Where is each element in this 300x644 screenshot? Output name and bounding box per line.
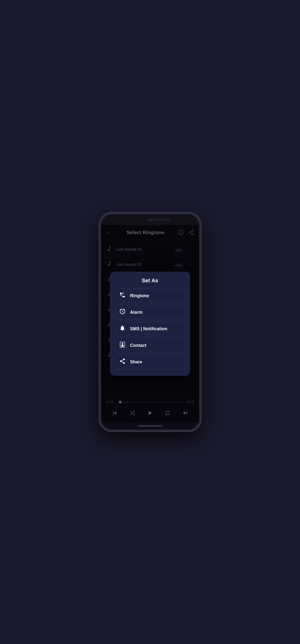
- svg-line-37: [122, 360, 123, 361]
- share-dialog-icon: [119, 358, 126, 366]
- share-label: Share: [130, 360, 142, 364]
- svg-line-36: [122, 362, 123, 363]
- svg-point-33: [123, 358, 125, 360]
- phone-speaker: [150, 219, 170, 220]
- ringtone-label: Ringtone: [130, 293, 149, 298]
- option-alarm[interactable]: Alarm: [115, 305, 185, 320]
- set-as-dialog: Set As Ringtone: [110, 272, 190, 376]
- svg-point-32: [122, 343, 123, 345]
- app-container: ← Select Ringtone i: [101, 225, 199, 422]
- contact-icon: [119, 342, 126, 349]
- phone-frame: ← Select Ringtone i: [99, 212, 201, 432]
- home-bar: [138, 426, 162, 426]
- option-ringtone[interactable]: Ringtone: [115, 288, 185, 303]
- contact-label: Contact: [130, 343, 147, 348]
- alarm-icon: [119, 308, 126, 316]
- dialog-title: Set As: [115, 278, 185, 284]
- phone-home-indicator: [101, 422, 199, 430]
- alarm-label: Alarm: [130, 310, 143, 315]
- phone-top-bar: [101, 214, 199, 225]
- svg-point-34: [120, 360, 122, 362]
- ringtone-icon: [119, 292, 126, 300]
- option-contact[interactable]: Contact: [115, 338, 185, 353]
- option-sms[interactable]: SMS | Notification: [115, 321, 185, 336]
- svg-point-35: [123, 362, 125, 364]
- sms-icon: [119, 325, 126, 333]
- sms-label: SMS | Notification: [130, 326, 167, 332]
- option-share[interactable]: Share: [115, 354, 185, 370]
